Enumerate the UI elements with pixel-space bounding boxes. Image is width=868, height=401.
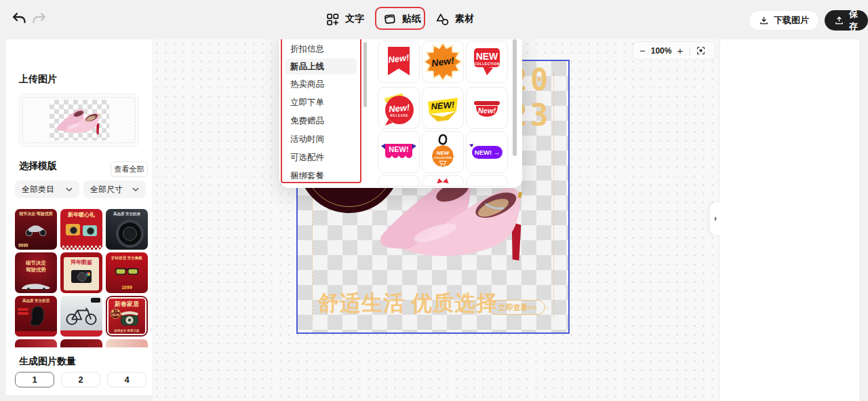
template-thumb-camera-newyear[interactable]: 拜年图鉴 [60, 252, 102, 293]
tire-graphic [116, 220, 144, 248]
sticker-new-tub[interactable]: New! [466, 87, 508, 129]
download-label: 下载图片 [774, 14, 809, 26]
sticker-new-banner[interactable]: NEW! [422, 87, 464, 129]
count-option-2[interactable]: 2 [61, 372, 100, 387]
svg-text:NEW!: NEW! [431, 99, 456, 111]
right-properties-panel: › [720, 35, 859, 401]
sticker-category-new-arrival[interactable]: 新品上线 [285, 58, 357, 75]
zoom-out-button[interactable]: − [639, 45, 646, 56]
tab-material[interactable]: 素材 [435, 8, 474, 30]
zoom-controls: − 100% + | [633, 41, 715, 60]
sticker-category-event-time[interactable]: 活动时间 [285, 131, 357, 147]
zoom-level: 100% [651, 46, 672, 56]
svg-text:NEW! →: NEW! → [475, 149, 500, 156]
template-thumb-partial [60, 339, 102, 347]
sticker-category-free-gift[interactable]: 免费赠品 [285, 113, 357, 129]
brand-chip [91, 298, 100, 303]
template-thumb-car[interactable]: 细节决定 驾驶优势 [15, 252, 57, 293]
chevron-down-icon [132, 187, 139, 192]
template-thumb-camera-gift[interactable]: 新年暖心礼 [60, 209, 102, 250]
camera-black [71, 270, 92, 283]
chevron-right-icon: › [714, 214, 717, 223]
sticker-category-order-now[interactable]: 立即下单 [285, 94, 357, 111]
camera-yellow [66, 224, 80, 235]
price-chip [18, 308, 28, 311]
upload-icon [834, 16, 844, 26]
sticker-new-scallop[interactable]: NEW! [378, 131, 420, 173]
undo-icon[interactable] [11, 11, 28, 28]
cta-deco-left: ‹ [484, 305, 486, 311]
glasses-graphic [115, 267, 139, 275]
tab-text-label: 文字 [345, 13, 364, 25]
collapse-panel-button[interactable]: › [710, 202, 721, 235]
category-scrollbar[interactable] [363, 42, 367, 107]
svg-text:NEW: NEW [476, 51, 498, 62]
download-image-button[interactable]: 下载图片 [749, 10, 819, 31]
tab-text[interactable]: 文字 [326, 8, 364, 30]
redo-icon[interactable] [31, 11, 49, 28]
sticker-grid-scrollbar[interactable] [513, 39, 517, 156]
sticker-category-bundle[interactable]: 捆绑套餐 [285, 168, 357, 184]
sticker-new-collection-bubble[interactable]: NEWCOLLECTION [466, 41, 508, 83]
count-section-title: 生成图片数量 [19, 356, 76, 368]
filter-category-label: 全部类目 [22, 184, 54, 195]
camera-teal [83, 225, 97, 236]
save-button[interactable]: 保存 [825, 10, 868, 31]
shapes-icon [435, 12, 450, 26]
filter-size-label: 全部尺寸 [90, 184, 123, 195]
view-all-button[interactable]: 查看全部 [111, 161, 148, 177]
sticker-partial [422, 175, 464, 187]
zoom-divider: | [688, 46, 690, 56]
filter-size-select[interactable]: 全部尺寸 [83, 180, 146, 198]
save-label: 保存 [849, 8, 859, 33]
cta-button-layer[interactable]: 立即查看>> [490, 300, 545, 315]
sticker-new-collection-tag[interactable]: NEWCOLLECTION [422, 131, 464, 173]
svg-text:NEW!: NEW! [389, 145, 408, 153]
filter-category-select[interactable]: 全部类目 [15, 180, 79, 198]
template-thumb-partial [15, 339, 57, 347]
bottom-band [15, 331, 57, 337]
price-chip [18, 312, 28, 315]
template-thumb-carseat[interactable]: 高品质 安全舒适 [15, 296, 57, 337]
svg-text:RELEASE: RELEASE [391, 114, 409, 117]
upload-image-box[interactable] [19, 94, 139, 147]
checker-strip [60, 246, 102, 250]
sticker-dropdown-panel: 折扣信息 新品上线 热卖商品 立即下单 免费赠品 活动时间 可选配件 捆绑套餐 … [279, 30, 522, 188]
download-icon [759, 16, 769, 26]
sticker-new-starburst[interactable]: New! [422, 41, 464, 83]
fit-screen-icon[interactable] [696, 45, 706, 56]
sticker-partial [466, 175, 508, 187]
car-graphic [20, 282, 52, 290]
template-thumb-tire[interactable]: 高品质 安全防滑 [106, 209, 148, 250]
sticker-category-discount[interactable]: 折扣信息 [285, 41, 357, 57]
svg-text:NEW: NEW [437, 150, 450, 156]
sidebar-divider [5, 398, 153, 398]
svg-text:New!: New! [478, 107, 496, 115]
chevron-down-icon [66, 187, 73, 192]
svg-text:COLLECTION: COLLECTION [474, 62, 500, 66]
count-option-1[interactable]: 1 [15, 372, 54, 387]
upload-section-title: 上传图片 [19, 73, 57, 85]
telephone-graphic [118, 309, 141, 327]
bottom-band [60, 330, 102, 337]
template-thumb-home-selected[interactable]: 新春家居 新上市NEW 舒适生活 悦享品质 [106, 296, 148, 337]
sticker-new-arrow-pill[interactable]: NEW! → [466, 131, 508, 173]
tab-sticker-highlight [375, 7, 425, 30]
uploaded-image-thumb [50, 100, 109, 140]
sticker-category-accessories[interactable]: 可选配件 [285, 149, 357, 166]
sticker-partial [378, 175, 420, 187]
tab-material-label: 素材 [455, 13, 474, 25]
top-toolbar: 文字 贴纸 素材 下载图片 保存 [0, 0, 868, 39]
sticker-new-release-bubble[interactable]: New!RELEASE [378, 87, 420, 129]
count-option-4[interactable]: 4 [107, 372, 146, 387]
template-thumb-glasses[interactable]: 护目舒适 安全佩戴 1099 [106, 252, 148, 293]
motorcycle-graphic [24, 221, 47, 236]
sticker-new-bookmark[interactable]: New! [378, 41, 420, 83]
sticker-category-hot-sale[interactable]: 热卖商品 [285, 76, 357, 92]
template-thumb-motorcycle[interactable]: 细节决定 驾驶优势 9999 [15, 209, 57, 250]
zoom-in-button[interactable]: + [677, 45, 683, 56]
svg-text:COLLECTION: COLLECTION [434, 156, 452, 159]
template-thumb-bicycle[interactable] [60, 296, 102, 337]
template-thumb-partial [106, 339, 148, 347]
car-seat-graphic [30, 305, 46, 327]
